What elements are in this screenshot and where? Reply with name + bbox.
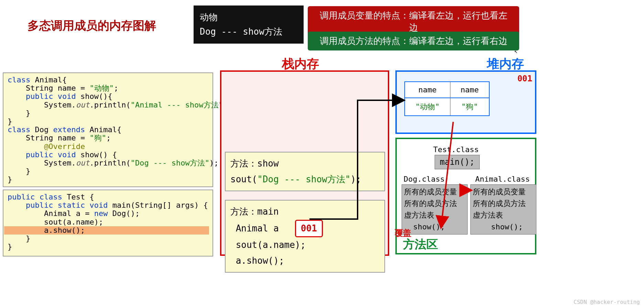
console-output: 动物 Dog --- show方法 [194,5,304,44]
heap-value-1: "狗" [450,98,489,116]
stack-frame-show: 方法：show sout("Dog --- show方法"); [225,152,385,191]
stack-memory: 方法：show sout("Dog --- show方法"); 方法：main … [220,70,389,256]
method-area: Test.class main(); Dog.class 所有的成员变量 所有的… [395,138,536,254]
main-method-box: main(); [435,155,480,169]
heap-memory: 001 name name "动物" "狗" [395,70,536,134]
dog-class-label: Dog.class [404,175,445,183]
code-classes: class Animal{ String name = "动物"; public… [3,72,213,187]
method-area-label: 方法区 [403,237,438,252]
stack-label: 栈内存 [282,56,319,72]
test-class-label: Test.class [433,145,479,154]
cursor-icon: ↖ [514,48,518,55]
animal-class-box: 所有的成员变量 所有的成员方法 虚方法表 show(); [470,184,536,235]
page-title: 多态调用成员的内存图解 [28,18,156,34]
heap-object-address: 001 [517,74,532,83]
dog-class-box: 所有的成员变量 所有的成员方法 虚方法表 show(); [402,184,468,235]
heap-object-table: name name "动物" "狗" [404,81,490,116]
rule-method-banner: 调用成员方法的特点：编译看左边，运行看右边 [308,32,519,50]
heap-address-ref: 001 [295,220,323,238]
heap-label: 堆内存 [487,56,524,72]
heap-value-0: "动物" [405,98,450,116]
heap-field-1: name [450,82,489,98]
console-line-1: 动物 [200,10,297,25]
console-line-2: Dog --- show方法 [200,25,297,39]
heap-field-0: name [405,82,450,98]
stack-frame-main: 方法：main Animal a 001 sout(a.name); a.sho… [225,200,385,273]
animal-class-label: Animal.class [475,175,530,183]
watermark: CSDN @hacker-routing [574,299,640,305]
code-test: public class Test { public static void m… [3,190,213,256]
highlighted-line: a.show(); [4,226,209,235]
